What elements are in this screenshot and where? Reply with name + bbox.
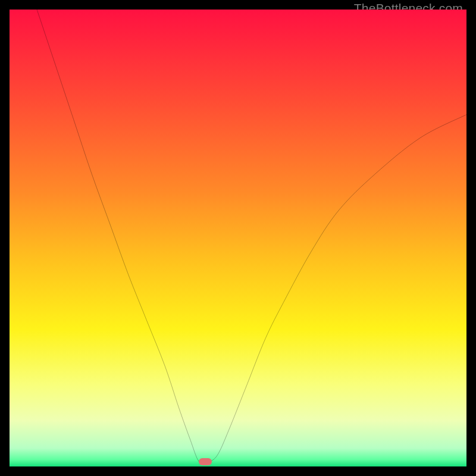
chart-frame — [10, 10, 466, 466]
optimal-point-marker — [199, 458, 212, 465]
bottleneck-curve — [10, 10, 466, 466]
chart-plot-area — [10, 10, 466, 466]
